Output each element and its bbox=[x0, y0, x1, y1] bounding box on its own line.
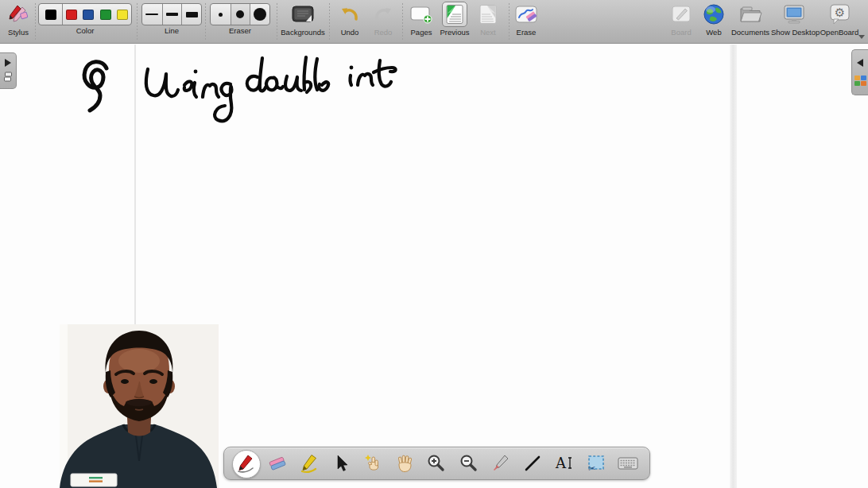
openboard-label: OpenBoard bbox=[817, 28, 862, 37]
handwriting-q-stroke bbox=[84, 62, 107, 110]
line-tool-button[interactable] bbox=[519, 449, 546, 478]
board-mode-button[interactable]: Board bbox=[666, 2, 696, 37]
hand-pan-icon bbox=[394, 453, 415, 474]
color-swatch bbox=[100, 10, 111, 20]
color-swatch bbox=[117, 10, 128, 20]
laser-pointer-icon bbox=[490, 453, 511, 474]
redo-button[interactable]: Redo bbox=[367, 2, 399, 37]
line-medium-button[interactable] bbox=[162, 4, 182, 25]
color-swatch-black-selected[interactable] bbox=[39, 4, 62, 25]
eraser-icon bbox=[267, 453, 288, 474]
web-mode-button[interactable]: Web bbox=[699, 2, 728, 37]
eraser-large-button[interactable] bbox=[250, 4, 269, 25]
line-thin-button[interactable] bbox=[142, 4, 162, 25]
color-swatch-green[interactable] bbox=[97, 4, 114, 25]
expand-right-icon bbox=[5, 59, 11, 67]
toolbar-separator bbox=[137, 3, 138, 40]
color-swatch bbox=[66, 10, 77, 20]
documents-mode-button[interactable]: Documents bbox=[730, 2, 771, 37]
show-desktop-monitor-icon bbox=[771, 2, 817, 27]
openboard-menu-button[interactable]: ⚙ OpenBoard bbox=[817, 2, 862, 37]
next-page-icon bbox=[474, 2, 502, 27]
pen-tool-button[interactable] bbox=[232, 449, 259, 478]
zoom-out-icon bbox=[459, 453, 479, 474]
zoom-in-tool-button[interactable] bbox=[423, 449, 450, 478]
eraser-small-button[interactable] bbox=[211, 4, 231, 25]
line-thick-button[interactable] bbox=[181, 4, 201, 25]
highlighter-icon bbox=[299, 453, 320, 474]
next-button[interactable]: Next bbox=[474, 2, 502, 37]
color-group: Color bbox=[38, 2, 132, 35]
pen-icon bbox=[235, 453, 256, 474]
undo-button[interactable]: Undo bbox=[334, 2, 366, 37]
svg-text:A: A bbox=[555, 455, 567, 471]
color-swatch-red[interactable] bbox=[62, 4, 79, 25]
color-label: Color bbox=[38, 26, 132, 35]
web-globe-icon bbox=[699, 2, 728, 27]
webcam-overlay bbox=[60, 324, 219, 488]
line-medium-icon bbox=[166, 13, 178, 16]
whiteboard-canvas[interactable] bbox=[0, 45, 868, 488]
svg-text:✂: ✂ bbox=[588, 463, 595, 473]
color-swatch bbox=[45, 10, 56, 20]
openboard-menu-chevron-icon[interactable] bbox=[858, 35, 865, 39]
color-picker bbox=[38, 3, 132, 25]
color-swatch-yellow[interactable] bbox=[114, 4, 131, 25]
selector-tool-button[interactable] bbox=[327, 449, 355, 478]
toolbar-separator bbox=[509, 3, 510, 40]
eraser-size-picker bbox=[210, 3, 270, 25]
redo-label: Redo bbox=[367, 28, 399, 37]
documents-folder-icon bbox=[730, 2, 771, 27]
show-desktop-label: Show Desktop bbox=[771, 28, 817, 37]
previous-button[interactable]: Previous bbox=[438, 2, 471, 37]
show-desktop-button[interactable]: Show Desktop bbox=[771, 2, 817, 37]
eraser-tool-button[interactable] bbox=[264, 449, 291, 478]
virtual-keyboard-button[interactable] bbox=[614, 449, 641, 478]
line-label: Line bbox=[141, 26, 202, 35]
pages-panel-icon bbox=[3, 72, 13, 83]
color-swatch bbox=[83, 10, 94, 20]
eraser-group: Eraser bbox=[210, 2, 270, 35]
stylus-button[interactable]: Stylus bbox=[3, 2, 33, 37]
previous-label: Previous bbox=[438, 28, 471, 37]
toolbar-separator bbox=[402, 3, 403, 40]
next-label: Next bbox=[474, 28, 502, 37]
pages-button[interactable]: Pages bbox=[407, 2, 436, 37]
erase-page-button[interactable]: Erase bbox=[512, 2, 541, 37]
text-tool-button[interactable]: A bbox=[551, 449, 578, 478]
library-icon bbox=[854, 76, 866, 86]
openboard-gear-icon: ⚙ bbox=[817, 2, 862, 27]
top-toolbar: Stylus Color bbox=[0, 0, 868, 44]
color-swatch-blue[interactable] bbox=[79, 4, 97, 25]
selector-arrow-icon bbox=[331, 454, 351, 473]
eraser-medium-icon bbox=[236, 10, 244, 18]
backgrounds-label: Backgrounds bbox=[280, 28, 326, 37]
line-thick-icon bbox=[186, 12, 198, 17]
redo-icon bbox=[367, 2, 399, 27]
library-tab[interactable] bbox=[851, 49, 868, 95]
line-icon bbox=[523, 454, 542, 473]
highlighter-tool-button[interactable] bbox=[296, 449, 323, 478]
interact-tool-button[interactable] bbox=[359, 449, 386, 478]
previous-page-icon bbox=[438, 2, 471, 27]
openboard-window: Stylus Color bbox=[0, 0, 868, 488]
undo-label: Undo bbox=[334, 28, 366, 37]
backgrounds-button[interactable]: Backgrounds bbox=[280, 2, 326, 37]
svg-text:⚙: ⚙ bbox=[835, 6, 845, 19]
zoom-out-tool-button[interactable] bbox=[455, 449, 482, 478]
toolbar-separator bbox=[35, 3, 36, 40]
erase-label: Erase bbox=[512, 28, 541, 37]
capture-tool-button[interactable]: ✂ bbox=[583, 449, 610, 478]
text-tool-icon: A bbox=[554, 453, 575, 474]
keyboard-icon bbox=[617, 453, 639, 474]
presenter-video bbox=[60, 324, 219, 488]
hand-tool-button[interactable] bbox=[391, 449, 418, 478]
floating-tool-palette: A ✂ bbox=[223, 447, 650, 480]
toolbar-separator bbox=[277, 3, 277, 40]
line-thin-icon bbox=[145, 14, 158, 15]
eraser-medium-button[interactable] bbox=[231, 4, 250, 25]
pointer-tool-button[interactable] bbox=[487, 449, 514, 478]
page-navigator-tab[interactable] bbox=[0, 52, 17, 89]
stylus-label: Stylus bbox=[3, 28, 33, 37]
page-edge-divider bbox=[730, 45, 737, 488]
